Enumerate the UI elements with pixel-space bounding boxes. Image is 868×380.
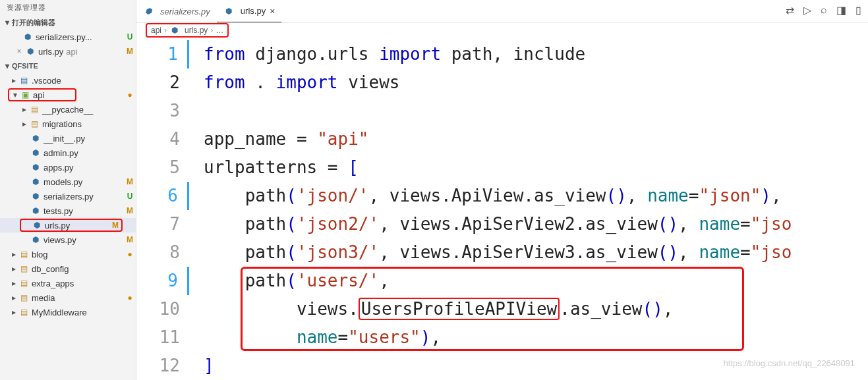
python-icon bbox=[223, 6, 234, 16]
python-icon bbox=[30, 162, 41, 173]
workspace-header[interactable]: ▾ QFSITE bbox=[0, 59, 136, 73]
folder-icon bbox=[18, 292, 29, 303]
python-icon bbox=[32, 220, 42, 231]
folder-item-mymw[interactable]: ▸ MyMiddleware bbox=[0, 305, 136, 319]
file-item-init[interactable]: __init__.py bbox=[0, 131, 136, 146]
folder-item-blog[interactable]: ▸ blog ● bbox=[0, 247, 136, 261]
file-item-tests[interactable]: tests.py M bbox=[0, 204, 136, 218]
explorer-title: 资源管理器 bbox=[0, 0, 136, 15]
modified-dot-icon: ● bbox=[124, 90, 136, 99]
preview-icon[interactable]: ⌕ bbox=[821, 4, 827, 16]
close-icon[interactable]: × bbox=[13, 47, 25, 56]
python-icon bbox=[30, 148, 41, 158]
folder-icon bbox=[18, 75, 29, 86]
file-item-admin[interactable]: admin.py bbox=[0, 146, 136, 160]
folder-icon bbox=[29, 119, 40, 129]
modified-dot-icon: ● bbox=[124, 250, 136, 259]
open-editor-item[interactable]: serializers.py... U bbox=[0, 30, 136, 44]
breadcrumb[interactable]: api › urls.py › … bbox=[136, 23, 868, 38]
python-icon bbox=[22, 32, 33, 42]
watermark: https://blog.csdn.net/qq_22648091 bbox=[724, 349, 855, 377]
folder-item-extraapps[interactable]: ▸ extra_apps bbox=[0, 276, 136, 290]
chevron-right-icon: ▸ bbox=[20, 119, 29, 128]
tab-bar: serializers.py urls.py × bbox=[136, 0, 868, 23]
folder-item-dbconfig[interactable]: ▸ db_config bbox=[0, 261, 136, 276]
open-editor-item[interactable]: × urls.py api M bbox=[0, 44, 136, 59]
run-icon[interactable]: ▷ bbox=[803, 4, 811, 16]
file-item-serializers[interactable]: serializers.py U bbox=[0, 189, 136, 204]
editor-actions: ⇄ ▷ ⌕ ◨ ▯ bbox=[786, 4, 861, 16]
tab-urls[interactable]: urls.py × bbox=[217, 0, 281, 22]
code-editor[interactable]: 1 2 3 4 5 6 7 8 9 10 11 12 from django.u… bbox=[136, 38, 868, 380]
folder-item-media[interactable]: ▸ media ● bbox=[0, 290, 136, 305]
python-icon bbox=[143, 6, 154, 16]
chevron-right-icon: ▸ bbox=[9, 279, 18, 288]
chevron-down-icon: ▾ bbox=[3, 61, 12, 70]
modified-dot-icon: ● bbox=[124, 293, 136, 302]
python-icon bbox=[30, 191, 41, 202]
folder-icon bbox=[18, 278, 29, 288]
code-content[interactable]: from django.urls import path, includefro… bbox=[189, 38, 868, 380]
python-icon bbox=[25, 46, 36, 57]
python-icon bbox=[30, 205, 41, 216]
chevron-right-icon: › bbox=[164, 26, 167, 35]
breadcrumb-item: api bbox=[151, 26, 161, 35]
more-icon[interactable]: ▯ bbox=[855, 4, 861, 16]
editor-area: serializers.py urls.py × ⇄ ▷ ⌕ ◨ ▯ api ›… bbox=[136, 0, 868, 380]
chevron-down-icon: ▾ bbox=[3, 18, 12, 27]
file-item-views[interactable]: views.py M bbox=[0, 232, 136, 247]
compare-icon[interactable]: ⇄ bbox=[786, 4, 794, 16]
file-item-apps[interactable]: apps.py bbox=[0, 160, 136, 175]
file-item-urls[interactable]: urls.py M bbox=[0, 218, 136, 232]
python-icon bbox=[30, 234, 41, 245]
chevron-right-icon: ▸ bbox=[9, 308, 18, 317]
folder-icon bbox=[18, 249, 29, 259]
line-gutter: 1 2 3 4 5 6 7 8 9 10 11 12 bbox=[136, 38, 189, 380]
folder-item-api[interactable]: ▾ api ● bbox=[0, 88, 136, 102]
chevron-down-icon: ▾ bbox=[11, 90, 20, 99]
tab-serializers[interactable]: serializers.py bbox=[136, 0, 217, 22]
folder-item-migrations[interactable]: ▸ migrations bbox=[0, 117, 136, 131]
chevron-right-icon: ▸ bbox=[9, 264, 18, 273]
folder-icon bbox=[18, 263, 29, 274]
chevron-right-icon: ▸ bbox=[9, 76, 18, 85]
annotation-box: UsersProfileAPIView bbox=[359, 298, 560, 320]
python-icon bbox=[30, 176, 41, 187]
folder-icon bbox=[29, 104, 40, 115]
chevron-right-icon: ▸ bbox=[20, 105, 29, 114]
close-icon[interactable]: × bbox=[270, 6, 275, 16]
python-icon bbox=[169, 25, 180, 36]
explorer-sidebar: 资源管理器 ▾ 打开的编辑器 serializers.py... U × url… bbox=[0, 0, 136, 380]
folder-item-vscode[interactable]: ▸ .vscode bbox=[0, 73, 136, 88]
chevron-right-icon: ▸ bbox=[9, 293, 18, 302]
chevron-right-icon: › bbox=[210, 26, 213, 35]
file-item-models[interactable]: models.py M bbox=[0, 175, 136, 189]
breadcrumb-item[interactable]: … bbox=[216, 26, 223, 35]
chevron-right-icon: ▸ bbox=[9, 250, 18, 259]
package-icon bbox=[20, 90, 30, 100]
open-editors-header[interactable]: ▾ 打开的编辑器 bbox=[0, 15, 136, 30]
folder-icon bbox=[18, 307, 29, 317]
breadcrumb-item: urls.py bbox=[169, 25, 208, 36]
python-icon bbox=[30, 133, 41, 144]
folder-item-pycache[interactable]: ▸ __pycache__ bbox=[0, 102, 136, 117]
split-icon[interactable]: ◨ bbox=[836, 4, 846, 16]
